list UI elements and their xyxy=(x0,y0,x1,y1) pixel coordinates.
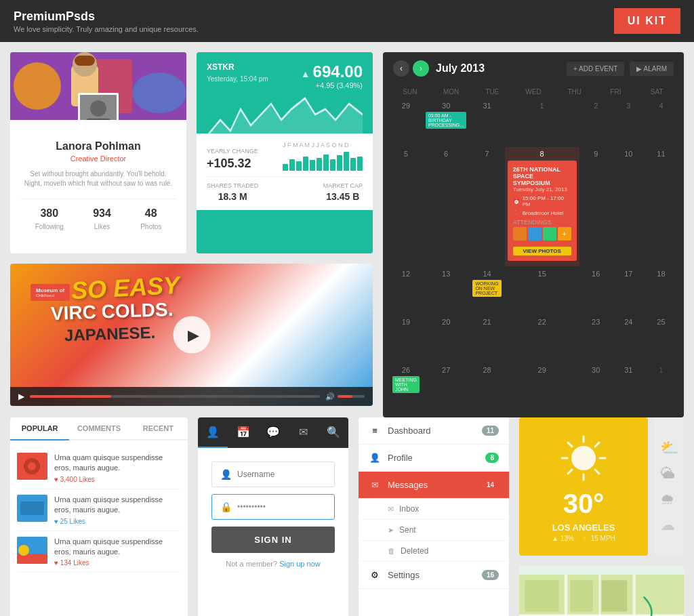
calendar-days-header: SUN MON TUE WED THU FRI SAT xyxy=(383,85,684,99)
video-play-btn[interactable]: ▶ xyxy=(173,316,210,354)
cal-cell-20: 20 xyxy=(423,315,470,363)
item-thumbnail-3 xyxy=(17,537,47,564)
map-svg: SHEFFIELD xyxy=(519,566,684,616)
nav-item-dashboard[interactable]: ≡ Dashboard 11 xyxy=(359,417,509,445)
weather-card: 30° LOS ANGELES ▲ 13% ⚡ 15 MPH xyxy=(519,417,648,556)
calendar-card: ‹ › July 2013 + ADD EVENT ▶ ALARM SUN MO… xyxy=(383,52,684,417)
sign-up-link[interactable]: Sign up now xyxy=(279,560,321,568)
svg-point-18 xyxy=(571,446,596,470)
cal-cell-3: 3 xyxy=(613,99,645,146)
cal-cell-16: 16 xyxy=(580,267,612,314)
svg-line-23 xyxy=(568,443,572,447)
cal-event-project: WORKING ON NEW PROJECT xyxy=(472,280,501,297)
signup-link-area: Not a member? Sign up now xyxy=(211,560,335,568)
nav-item-profile[interactable]: 👤 Profile 8 xyxy=(359,445,509,472)
nav-sub-deleted[interactable]: 🗑 Deleted xyxy=(359,541,509,562)
nav-item-settings[interactable]: ⚙ Settings 16 xyxy=(359,562,509,589)
dashboard-badge: 11 xyxy=(482,426,499,436)
video-text3: JAPANESE. xyxy=(64,323,156,346)
calendar-actions: + ADD EVENT ▶ ALARM xyxy=(567,62,674,76)
profile-icon: 👤 xyxy=(369,453,381,463)
ui-kit-badge: UI KIT xyxy=(614,8,680,34)
nav-item-messages[interactable]: ✉ Messages 14 xyxy=(359,472,509,499)
list-item: Urna quam quisque suspendisse eros, maur… xyxy=(17,489,181,531)
tabs-content: Urna quam quisque suspendisse eros, maur… xyxy=(10,440,188,579)
cal-cell-28: 28 xyxy=(470,363,504,411)
cal-cell-8: 8 26TH NATIONAL SPACE SYMPOSIUM Tuesday … xyxy=(505,147,579,266)
svg-line-25 xyxy=(595,443,599,447)
cal-prev-btn[interactable]: ‹ xyxy=(393,60,409,77)
cal-cell-25: 25 xyxy=(645,315,677,363)
stock-chart-area: XSTKR Yesterday, 15:04 pm ▲ 694.00 +4.95… xyxy=(197,52,373,134)
profile-card: Lanora Pohlman Creative Director Set wit… xyxy=(10,52,186,253)
cal-event-meeting: MEETING WITH JOHN xyxy=(392,376,420,393)
cal-cell-30: 30 03:00 AM - BIRTHDAY PROCESSING... xyxy=(423,99,470,146)
brand-logo: PremiumPsds xyxy=(14,9,199,24)
weather-city: LOS ANGELES xyxy=(552,522,615,533)
icon-tab-mail[interactable]: ✉ xyxy=(288,417,318,448)
alarm-btn[interactable]: ▶ ALARM xyxy=(630,62,674,76)
cal-cell-15: 15 xyxy=(505,267,579,314)
svg-point-17 xyxy=(18,545,29,556)
tab-popular[interactable]: POPULAR xyxy=(10,417,69,440)
sign-in-button[interactable]: SIGN IN xyxy=(211,527,335,553)
cal-cell-2: 2 xyxy=(580,99,612,146)
cal-cell-9: 9 xyxy=(580,147,612,266)
item-thumbnail-2 xyxy=(17,495,47,522)
item-thumbnail-1 xyxy=(17,453,47,480)
volume-bar[interactable] xyxy=(338,395,365,398)
cal-cell-10: 10 xyxy=(613,147,645,266)
video-progress-fill xyxy=(30,395,111,398)
add-event-btn[interactable]: + ADD EVENT xyxy=(567,62,624,76)
cal-cell-6: 6 xyxy=(423,147,470,266)
icon-tab-search[interactable]: 🔍 xyxy=(319,417,348,448)
cal-cell-31: 31 xyxy=(470,99,504,146)
cal-cell-27: 27 xyxy=(423,363,470,411)
lock-icon: 🔒 xyxy=(220,501,232,512)
cal-cell-14: 14 WORKING ON NEW PROJECT xyxy=(470,267,504,314)
svg-rect-14 xyxy=(20,501,44,515)
cal-cell-7: 7 xyxy=(470,147,504,266)
stock-ticker: XSTKR xyxy=(207,62,268,72)
cal-event-symposium: 26TH NATIONAL SPACE SYMPOSIUM Tuesday Ju… xyxy=(508,161,577,261)
weather-icons-sidebar: ⛅ 🌥 🌧 ☁ xyxy=(655,417,684,556)
volume-fill xyxy=(338,395,352,398)
username-input[interactable] xyxy=(237,470,339,479)
tab-comments[interactable]: COMMENTS xyxy=(69,417,128,439)
tab-recent[interactable]: RECENT xyxy=(129,417,188,439)
nav-sub-sent[interactable]: ➤ Sent xyxy=(359,520,509,541)
cal-cell-17: 17 xyxy=(613,267,645,314)
bar xyxy=(323,155,329,171)
attendings-avatars: + xyxy=(513,227,571,241)
overcast-icon: ☁ xyxy=(660,516,678,534)
login-card: 👤 📅 💬 ✉ 🔍 👤 🔒 SIGN IN Not a member? Sign… xyxy=(198,417,348,616)
video-progress-bar[interactable] xyxy=(30,395,320,398)
bar xyxy=(330,159,335,171)
avatar xyxy=(78,93,119,120)
bar xyxy=(344,152,349,171)
list-item: Urna quam quisque suspendisse eros, maur… xyxy=(17,531,181,573)
calendar-grid: 29 30 03:00 AM - BIRTHDAY PROCESSING... … xyxy=(383,99,684,417)
cal-cell-23: 23 xyxy=(580,315,612,363)
icon-tab-chat[interactable]: 💬 xyxy=(258,417,288,448)
nav-sub-inbox[interactable]: ✉ Inbox xyxy=(359,499,509,520)
profile-name: Lanora Pohlman xyxy=(20,140,176,152)
view-photos-btn[interactable]: VIEW PHOTOS xyxy=(513,247,571,255)
video-text2: VIRC COLDS. xyxy=(50,299,173,325)
profile-title: Creative Director xyxy=(20,155,176,163)
yearly-value: +105.32 xyxy=(207,157,258,171)
stock-price: ▲ 694.00 xyxy=(301,62,363,81)
icon-tab-calendar[interactable]: 📅 xyxy=(228,417,258,448)
cal-next-btn[interactable]: › xyxy=(413,60,429,77)
play-pause-btn[interactable]: ▶ xyxy=(18,392,24,401)
stock-bars xyxy=(283,150,363,171)
password-input-wrapper: 🔒 xyxy=(211,494,335,520)
stat-following: 380 Following xyxy=(35,207,64,232)
svg-rect-32 xyxy=(598,575,600,616)
cal-cell-19: 19 xyxy=(390,315,422,363)
profile-banner xyxy=(10,52,186,120)
stock-datetime: Yesterday, 15:04 pm xyxy=(207,75,268,83)
icon-tab-profile[interactable]: 👤 xyxy=(198,417,228,448)
weather-temp: 30° xyxy=(563,489,605,519)
password-input[interactable] xyxy=(237,502,339,512)
